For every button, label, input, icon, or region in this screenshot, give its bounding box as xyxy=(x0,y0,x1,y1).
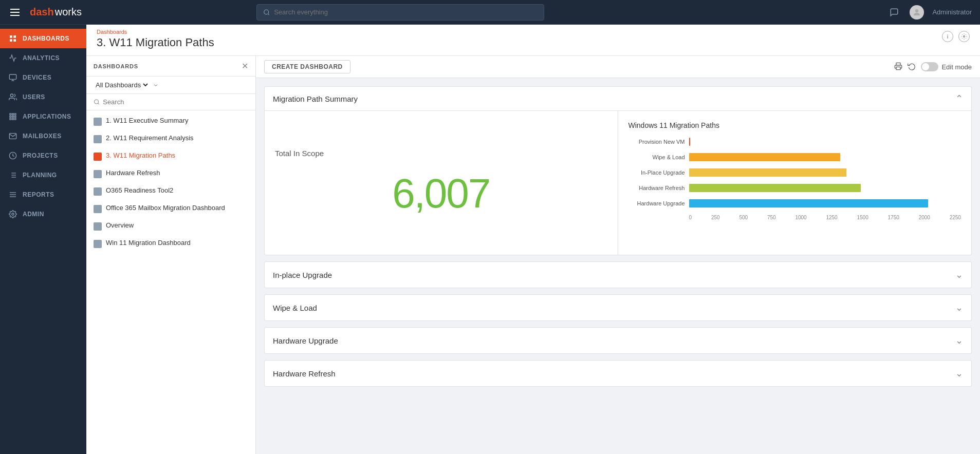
dashboard-item-icon xyxy=(94,222,102,231)
section-header-inplace[interactable]: In-place Upgrade ⌄ xyxy=(265,262,971,288)
bar-track xyxy=(689,184,961,192)
svg-rect-5 xyxy=(10,39,12,42)
sidebar-applications-label: APPLICATIONS xyxy=(23,113,71,120)
toggle-switch[interactable] xyxy=(921,62,938,71)
bar-track xyxy=(689,168,961,177)
toolbar: CREATE DASHBOARD Edit mode xyxy=(256,56,980,78)
wipe-load-section: Wipe & Load ⌄ xyxy=(264,294,972,321)
section-header-wipe[interactable]: Wipe & Load ⌄ xyxy=(265,295,971,320)
sidebar-users-label: USERS xyxy=(23,93,45,101)
svg-rect-7 xyxy=(9,74,16,79)
sidebar-item-applications[interactable]: APPLICATIONS xyxy=(0,107,86,126)
sidebar-item-admin[interactable]: ADMIN xyxy=(0,204,86,224)
section-header[interactable]: Migration Path Summary ⌃ xyxy=(265,87,971,111)
sidebar-item-reports[interactable]: REPORTS xyxy=(0,185,86,204)
list-item-active[interactable]: 3. W11 Migration Paths xyxy=(86,147,255,165)
svg-rect-11 xyxy=(10,113,11,115)
list-item[interactable]: Office 365 Mailbox Migration Dashboard xyxy=(86,200,255,217)
svg-rect-3 xyxy=(10,35,12,38)
total-value: 6,007 xyxy=(392,170,490,217)
bar-label: In-Place Upgrade xyxy=(628,169,685,176)
bar-fill xyxy=(689,184,861,192)
hardware-refresh-section: Hardware Refresh ⌄ xyxy=(264,360,972,387)
filter-select[interactable]: All Dashboards xyxy=(94,81,150,89)
sidebar-item-dashboards[interactable]: DASHBOARDS xyxy=(0,29,86,48)
create-dashboard-button[interactable]: CREATE DASHBOARD xyxy=(264,60,350,73)
section-title: In-place Upgrade xyxy=(273,271,332,279)
dashboards-list: 1. W11 Executive Summary 2. W11 Requirem… xyxy=(86,110,255,454)
sidebar-item-devices[interactable]: DEVICES xyxy=(0,68,86,87)
migration-path-summary-section: Migration Path Summary ⌃ Total In Scope … xyxy=(264,86,972,255)
sidebar-dashboards-label: DASHBOARDS xyxy=(23,35,69,42)
list-item[interactable]: 1. W11 Executive Summary xyxy=(86,112,255,130)
print-icon[interactable] xyxy=(894,62,902,72)
svg-rect-13 xyxy=(14,113,16,115)
svg-point-31 xyxy=(964,36,965,37)
svg-point-30 xyxy=(12,213,14,215)
section-header-hw-upgrade[interactable]: Hardware Upgrade ⌄ xyxy=(265,328,971,353)
chevron-up-icon: ⌃ xyxy=(955,93,963,104)
chevron-down-icon: ⌄ xyxy=(955,269,963,280)
list-item[interactable]: O365 Readiness Tool2 xyxy=(86,182,255,200)
search-input[interactable] xyxy=(274,8,538,16)
search-small-icon xyxy=(94,99,100,105)
bar-row-hw-refresh: Hardware Refresh xyxy=(628,184,961,192)
sidebar-item-users[interactable]: USERS xyxy=(0,87,86,107)
settings-icon[interactable] xyxy=(958,31,970,42)
page-title: 3. W11 Migration Paths xyxy=(97,36,214,49)
list-item[interactable]: Win 11 Migration Dashboard xyxy=(86,235,255,252)
sidebar-item-mailboxes[interactable]: MAILBOXES xyxy=(0,126,86,146)
dashboard-item-icon xyxy=(94,135,102,143)
chevron-down-icon xyxy=(153,82,159,88)
svg-rect-4 xyxy=(13,35,16,38)
dashboard-item-icon xyxy=(94,153,102,161)
section-title: Hardware Upgrade xyxy=(273,336,338,345)
avatar[interactable] xyxy=(910,5,924,20)
svg-rect-14 xyxy=(10,116,11,118)
axis-label: 1250 xyxy=(826,215,837,220)
bar-row-hw-upgrade: Hardware Upgrade xyxy=(628,199,961,207)
dashboard-item-icon xyxy=(94,118,102,126)
dashboard-search-input[interactable] xyxy=(103,98,248,106)
sidebar-item-analytics[interactable]: ANALYTICS xyxy=(0,48,86,68)
logo-text: dash xyxy=(30,6,54,18)
sidebar-item-projects[interactable]: PROJECTS xyxy=(0,146,86,165)
axis-label: 1750 xyxy=(888,215,899,220)
close-panel-icon[interactable]: ✕ xyxy=(242,61,248,71)
hamburger-menu[interactable] xyxy=(8,7,22,18)
notifications-icon[interactable] xyxy=(887,5,901,20)
dashboard-item-icon xyxy=(94,187,102,196)
breadcrumb[interactable]: Dashboards xyxy=(97,29,214,35)
dashboards-panel: DASHBOARDS ✕ All Dashboards 1. W1 xyxy=(86,56,256,454)
svg-rect-18 xyxy=(12,118,14,120)
list-item[interactable]: Overview xyxy=(86,217,255,235)
axis-label: 250 xyxy=(711,215,720,220)
page-header: Dashboards 3. W11 Migration Paths i xyxy=(86,25,980,56)
section-title: Wipe & Load xyxy=(273,304,317,312)
sidebar-devices-label: DEVICES xyxy=(23,74,51,81)
list-item[interactable]: 2. W11 Requirement Analysis xyxy=(86,130,255,147)
info-icon[interactable]: i xyxy=(942,31,953,42)
reports-icon xyxy=(8,190,17,199)
devices-icon xyxy=(8,73,17,82)
list-item[interactable]: Hardware Refresh xyxy=(86,165,255,182)
admin-icon xyxy=(8,210,17,219)
svg-line-1 xyxy=(268,13,269,14)
sidebar-reports-label: REPORTS xyxy=(23,191,54,198)
edit-mode-toggle[interactable]: Edit mode xyxy=(921,62,972,71)
section-header-hw-refresh[interactable]: Hardware Refresh ⌄ xyxy=(265,361,971,386)
bar-row-provision: Provision New VM xyxy=(628,138,961,146)
bar-fill xyxy=(689,153,840,161)
sidebar-item-planning[interactable]: PLANNING xyxy=(0,165,86,185)
projects-icon xyxy=(8,151,17,160)
chevron-down-icon: ⌄ xyxy=(955,335,963,346)
bar-label: Hardware Upgrade xyxy=(628,200,685,206)
refresh-icon[interactable] xyxy=(908,62,916,72)
bar-label: Provision New VM xyxy=(628,139,685,145)
section-title: Migration Path Summary xyxy=(273,94,358,103)
global-search-bar[interactable] xyxy=(256,4,544,21)
users-icon xyxy=(8,92,17,102)
axis-label: 1000 xyxy=(795,215,806,220)
axis-label: 750 xyxy=(767,215,776,220)
svg-point-2 xyxy=(915,9,918,12)
